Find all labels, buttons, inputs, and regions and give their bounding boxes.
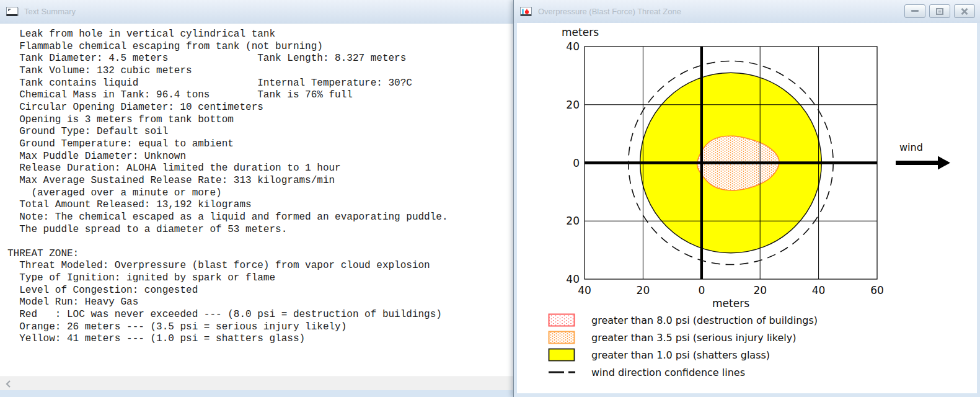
caption-buttons [904,4,975,18]
yellow-solid-swatch-icon [548,348,575,362]
window-frame-bottom [0,390,514,397]
threat-zone-chart-icon [520,7,532,17]
text-summary-title: Text Summary [24,7,76,16]
minimize-icon [911,10,919,12]
red-dotted-swatch-icon [548,313,575,327]
threat-zone-titlebar[interactable]: Overpressure (Blast Force) Threat Zone [514,0,980,23]
desktop: Text Summary Leak from hole in vertical … [0,0,980,397]
text-summary-titlebar[interactable]: Text Summary [0,0,514,23]
legend-label-yellow: greater than 1.0 psi (shatters glass) [591,349,770,361]
dashed-line-swatch-icon [548,365,575,379]
text-summary-icon [6,7,19,17]
text-summary-content-area: Leak from hole in vertical cylindrical t… [0,23,514,377]
scroll-left-icon[interactable] [5,380,11,388]
horizontal-scrollbar[interactable] [0,377,514,390]
legend-row-confidence: wind direction confidence lines [548,364,818,381]
restore-icon [936,8,943,15]
minimize-button[interactable] [904,4,925,18]
legend-row-orange: greater than 3.5 psi (serious injury lik… [548,329,818,346]
legend-row-red: greater than 8.0 psi (destruction of bui… [548,311,818,329]
legend-label-confidence: wind direction confidence lines [591,367,745,378]
threat-zone-title: Overpressure (Blast Force) Threat Zone [538,7,681,16]
legend-label-orange: greater than 3.5 psi (serious injury lik… [591,332,797,344]
text-summary-window: Text Summary Leak from hole in vertical … [0,0,514,397]
text-summary-text[interactable]: Leak from hole in vertical cylindrical t… [0,24,514,346]
restore-button[interactable] [929,4,950,18]
close-button[interactable] [954,4,975,18]
legend-label-red: greater than 8.0 psi (destruction of bui… [591,314,818,326]
threat-zone-legend: greater than 8.0 psi (destruction of bui… [548,311,818,381]
legend-row-yellow: greater than 1.0 psi (shatters glass) [548,346,818,364]
threat-zone-window: Overpressure (Blast Force) Threat Zone [514,0,980,397]
orange-dotted-swatch-icon [548,331,575,344]
close-icon [961,8,968,15]
